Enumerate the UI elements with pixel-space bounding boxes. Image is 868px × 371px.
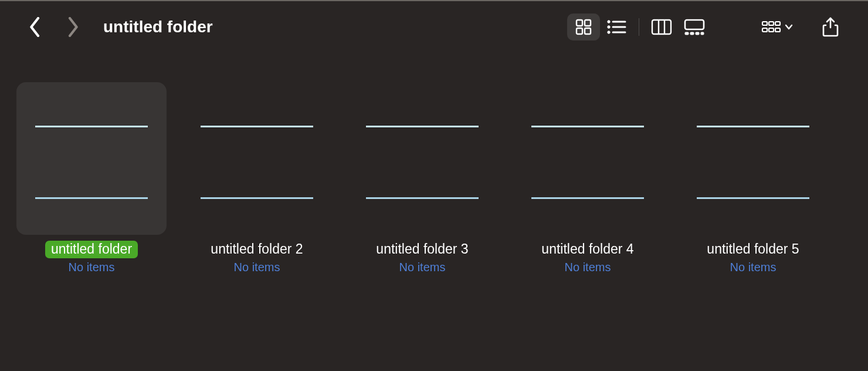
folder-subtext: No items (69, 261, 115, 274)
view-icons-button[interactable] (567, 14, 600, 41)
svg-rect-18 (762, 22, 767, 25)
toolbar: untitled folder (0, 0, 868, 53)
folder-item[interactable]: untitled folder 4No items (513, 82, 663, 274)
folder-icon (198, 106, 316, 211)
grid-icon (575, 18, 592, 36)
nav-back-button[interactable] (29, 17, 41, 37)
svg-rect-13 (685, 20, 704, 29)
folder-name: untitled folder 2 (205, 241, 308, 258)
svg-point-4 (608, 21, 610, 23)
toolbar-divider (639, 18, 639, 36)
view-list-button[interactable] (600, 14, 633, 41)
folder-thumb (16, 82, 167, 235)
svg-rect-19 (769, 22, 774, 25)
folder-thumb (347, 82, 497, 235)
folder-thumb (678, 82, 828, 235)
view-switcher (567, 14, 711, 41)
svg-rect-1 (585, 20, 591, 26)
folder-subtext: No items (399, 261, 446, 274)
share-button[interactable] (814, 14, 847, 41)
folder-name: untitled folder 5 (701, 241, 805, 258)
svg-rect-2 (577, 28, 582, 34)
svg-rect-22 (769, 28, 774, 32)
svg-rect-0 (577, 20, 582, 26)
folder-name: untitled folder 3 (370, 241, 474, 258)
folder-thumb (513, 82, 663, 235)
svg-rect-10 (652, 20, 671, 34)
svg-rect-17 (701, 32, 704, 35)
folder-icon (694, 106, 812, 211)
chevron-down-icon (785, 24, 793, 30)
folder-icon (364, 106, 481, 211)
view-columns-button[interactable] (645, 14, 678, 41)
view-gallery-button[interactable] (678, 14, 711, 41)
folder-icon (33, 106, 150, 211)
svg-rect-14 (685, 32, 689, 35)
folder-icon (529, 106, 646, 211)
svg-point-6 (608, 31, 610, 33)
toolbar-right-group (758, 14, 847, 41)
group-by-button[interactable] (758, 14, 796, 41)
folder-subtext: No items (565, 261, 611, 274)
window-title: untitled folder (103, 18, 213, 36)
svg-point-5 (608, 26, 610, 28)
folder-name: untitled folder 4 (535, 241, 639, 258)
nav-forward-button[interactable] (67, 17, 79, 37)
svg-rect-3 (585, 28, 591, 34)
group-icon (761, 20, 781, 34)
share-icon (822, 17, 839, 37)
folder-thumb (182, 82, 332, 235)
icon-grid: untitled folderNo itemsuntitled folder 2… (0, 53, 868, 274)
columns-icon (651, 19, 672, 35)
svg-rect-16 (696, 32, 699, 35)
folder-subtext: No items (234, 261, 280, 274)
svg-rect-21 (762, 28, 767, 32)
svg-rect-23 (775, 28, 780, 32)
folder-item[interactable]: untitled folder 3No items (347, 82, 497, 274)
folder-item[interactable]: untitled folderNo items (16, 82, 167, 274)
nav-group (29, 17, 79, 37)
list-icon (606, 19, 626, 35)
svg-rect-15 (690, 32, 694, 35)
gallery-icon (683, 19, 706, 35)
folder-name: untitled folder (45, 241, 138, 258)
svg-rect-20 (775, 22, 780, 25)
folder-item[interactable]: untitled folder 5No items (678, 82, 828, 274)
folder-item[interactable]: untitled folder 2No items (182, 82, 332, 274)
folder-subtext: No items (730, 261, 777, 274)
